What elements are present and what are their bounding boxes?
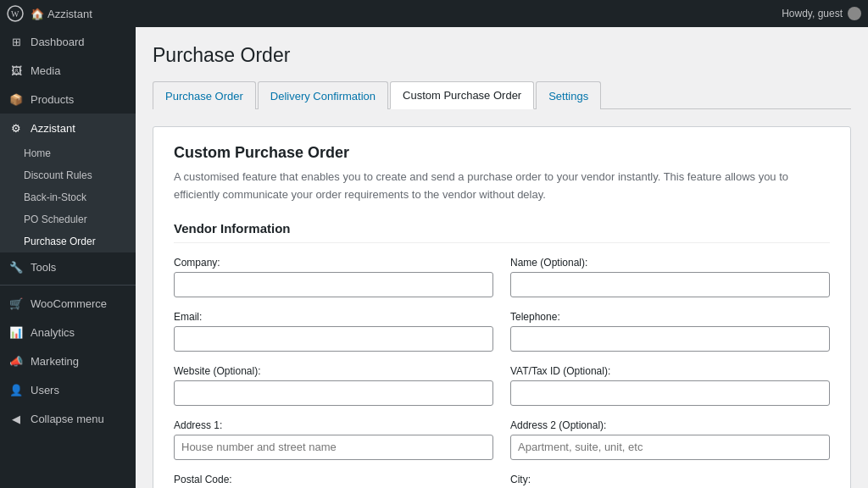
sidebar-item-back-in-stock[interactable]: Back-in-Stock xyxy=(0,186,136,208)
website-label: Website (Optional): xyxy=(174,365,493,377)
dashboard-icon: ⊞ xyxy=(8,34,24,49)
admin-site-name: 🏠 Azzistant xyxy=(31,8,92,20)
collapse-icon: ◀ xyxy=(8,411,24,426)
company-label: Company: xyxy=(174,257,493,269)
sidebar: ⊞ Dashboard 🖼 Media 📦 Products ⚙ Azzista… xyxy=(0,27,136,488)
vendor-form-card: Custom Purchase Order A customised featu… xyxy=(153,126,851,488)
telephone-label: Telephone: xyxy=(510,311,830,323)
sidebar-item-collapse[interactable]: ◀ Collapse menu xyxy=(0,404,136,433)
form-group-city: City: xyxy=(510,474,830,488)
card-title: Custom Purchase Order xyxy=(174,144,830,162)
form-group-company: Company: xyxy=(174,257,493,297)
tab-custom-purchase-order[interactable]: Custom Purchase Order xyxy=(390,81,534,109)
sidebar-divider xyxy=(0,285,136,286)
howdy-text: Howdy, guest xyxy=(782,8,843,19)
sidebar-item-home[interactable]: Home xyxy=(0,142,136,164)
name-input[interactable] xyxy=(510,272,830,297)
tab-settings[interactable]: Settings xyxy=(536,81,601,109)
sidebar-item-azzistant[interactable]: ⚙ Azzistant xyxy=(0,114,136,142)
sidebar-item-purchase-order[interactable]: Purchase Order xyxy=(0,230,136,252)
form-group-vat: VAT/Tax ID (Optional): xyxy=(510,365,830,406)
sidebar-item-media[interactable]: 🖼 Media xyxy=(0,56,136,85)
sidebar-item-tools[interactable]: 🔧 Tools xyxy=(0,252,136,281)
city-label: City: xyxy=(510,474,830,485)
sidebar-item-analytics[interactable]: 📊 Analytics xyxy=(0,318,136,347)
house-icon: 🏠 xyxy=(31,8,44,20)
sidebar-item-users[interactable]: 👤 Users xyxy=(0,375,136,404)
name-label: Name (Optional): xyxy=(510,257,830,269)
users-icon: 👤 xyxy=(8,382,24,397)
address1-input[interactable] xyxy=(174,435,493,460)
form-group-postal: Postal Code: xyxy=(174,474,493,488)
address2-input[interactable] xyxy=(510,435,830,460)
admin-bar-right: Howdy, guest xyxy=(782,7,861,20)
sidebar-item-discount-rules[interactable]: Discount Rules xyxy=(0,164,136,186)
main-layout: ⊞ Dashboard 🖼 Media 📦 Products ⚙ Azzista… xyxy=(0,27,868,488)
form-row-website-vat: Website (Optional): VAT/Tax ID (Optional… xyxy=(174,365,830,406)
address1-label: Address 1: xyxy=(174,419,493,431)
marketing-icon: 📣 xyxy=(8,353,24,369)
sidebar-item-marketing[interactable]: 📣 Marketing xyxy=(0,347,136,375)
media-icon: 🖼 xyxy=(8,63,24,78)
vat-input[interactable] xyxy=(510,380,830,406)
products-icon: 📦 xyxy=(8,92,24,107)
form-group-email: Email: xyxy=(174,311,493,352)
wp-logo-icon: W xyxy=(7,5,24,22)
form-row-postal-city: Postal Code: City: xyxy=(174,474,830,488)
sidebar-item-woocommerce[interactable]: 🛒 WooCommerce xyxy=(0,289,136,318)
admin-bar: W 🏠 Azzistant Howdy, guest xyxy=(0,0,868,27)
company-input[interactable] xyxy=(174,272,493,297)
address2-label: Address 2 (Optional): xyxy=(510,419,830,431)
tools-icon: 🔧 xyxy=(8,259,24,274)
email-label: Email: xyxy=(174,311,493,323)
sidebar-item-products[interactable]: 📦 Products xyxy=(0,85,136,114)
form-row-email-telephone: Email: Telephone: xyxy=(174,311,830,352)
postal-label: Postal Code: xyxy=(174,474,493,485)
form-group-name: Name (Optional): xyxy=(510,257,830,297)
email-input[interactable] xyxy=(174,326,493,352)
tab-bar: Purchase Order Delivery Confirmation Cus… xyxy=(153,80,851,109)
admin-bar-left: W 🏠 Azzistant xyxy=(7,5,92,22)
avatar xyxy=(848,7,861,20)
tab-purchase-order[interactable]: Purchase Order xyxy=(153,81,256,109)
analytics-icon: 📊 xyxy=(8,324,24,340)
content-area: Purchase Order Purchase Order Delivery C… xyxy=(136,27,868,488)
telephone-input[interactable] xyxy=(510,326,830,352)
sidebar-menu: ⊞ Dashboard 🖼 Media 📦 Products ⚙ Azzista… xyxy=(0,27,136,433)
sidebar-item-dashboard[interactable]: ⊞ Dashboard xyxy=(0,27,136,56)
tab-delivery-confirmation[interactable]: Delivery Confirmation xyxy=(258,81,388,109)
form-group-website: Website (Optional): xyxy=(174,365,493,406)
form-row-address: Address 1: Address 2 (Optional): xyxy=(174,419,830,460)
vendor-section-title: Vendor Information xyxy=(174,221,830,243)
vat-label: VAT/Tax ID (Optional): xyxy=(510,365,830,377)
form-group-telephone: Telephone: xyxy=(510,311,830,352)
website-input[interactable] xyxy=(174,380,493,406)
sidebar-submenu: Home Discount Rules Back-in-Stock PO Sch… xyxy=(0,142,136,252)
svg-text:W: W xyxy=(11,9,19,19)
page-title: Purchase Order xyxy=(153,44,851,67)
card-description: A customised feature that enables you to… xyxy=(174,169,830,204)
form-group-address1: Address 1: xyxy=(174,419,493,460)
azzistant-icon: ⚙ xyxy=(8,120,24,136)
form-row-company-name: Company: Name (Optional): xyxy=(174,257,830,297)
sidebar-item-po-scheduler[interactable]: PO Scheduler xyxy=(0,208,136,230)
woocommerce-icon: 🛒 xyxy=(8,296,24,311)
form-group-address2: Address 2 (Optional): xyxy=(510,419,830,460)
